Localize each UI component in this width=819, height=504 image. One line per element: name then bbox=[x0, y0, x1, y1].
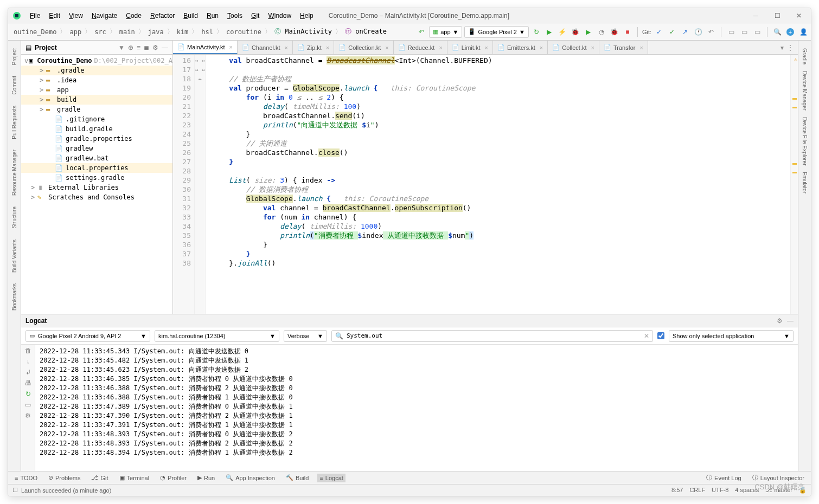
refresh-icon[interactable]: ↻ bbox=[531, 27, 542, 37]
crumb[interactable]: Ⓒ MainActivity bbox=[271, 27, 335, 36]
menu-navigate[interactable]: Navigate bbox=[87, 12, 121, 20]
crumb[interactable]: hsl bbox=[198, 28, 216, 36]
logcat-level-combo[interactable]: Verbose▼ bbox=[284, 330, 327, 342]
rail-build-variants[interactable]: Build Variants bbox=[11, 236, 17, 276]
editor-tab[interactable]: 📄Limit.kt× bbox=[447, 41, 493, 54]
sdk-icon[interactable]: ▭ bbox=[739, 27, 750, 37]
menu-help[interactable]: Help bbox=[296, 12, 318, 20]
close-button[interactable]: ✕ bbox=[791, 10, 807, 21]
tree-item[interactable]: 📄.gitignore bbox=[21, 114, 172, 124]
more-icon[interactable]: ⋮ bbox=[787, 44, 794, 51]
editor-tab[interactable]: 📄Reduce.kt× bbox=[394, 41, 447, 54]
close-tab-icon[interactable]: × bbox=[229, 44, 232, 50]
git-history-icon[interactable]: 🕐 bbox=[693, 27, 703, 37]
status-caret-pos[interactable]: 8:57 bbox=[671, 487, 683, 494]
project-panel-title[interactable]: Project bbox=[35, 44, 115, 51]
editor-tab[interactable]: 📄Collection.kt× bbox=[334, 41, 393, 54]
tree-item[interactable]: >⫼External Libraries bbox=[21, 183, 172, 192]
coverage-icon[interactable]: ▶ bbox=[583, 27, 594, 37]
print-icon[interactable]: 🖶 bbox=[25, 379, 31, 387]
crumb[interactable]: outine_Demo bbox=[10, 28, 60, 36]
clear-log-icon[interactable]: 🗑 bbox=[25, 347, 31, 354]
tree-item[interactable]: 📄gradlew bbox=[21, 144, 172, 153]
menu-window[interactable]: Window bbox=[264, 12, 296, 20]
resource-icon[interactable]: ▭ bbox=[752, 27, 763, 37]
status-line-sep[interactable]: CRLF bbox=[689, 487, 705, 494]
run-config-combo[interactable]: ▦app▼ bbox=[429, 26, 462, 38]
select-opened-file-icon[interactable]: ⊕ bbox=[128, 44, 133, 51]
logcat-hide-icon[interactable]: — bbox=[787, 317, 794, 325]
crumb[interactable]: src bbox=[91, 28, 110, 36]
close-tab-icon[interactable]: × bbox=[285, 44, 288, 51]
rail-project[interactable]: Project bbox=[11, 45, 17, 68]
rail-bookmarks[interactable]: Bookmarks bbox=[11, 280, 17, 314]
tree-item[interactable]: 📄build.gradle bbox=[21, 124, 172, 134]
status-encoding[interactable]: UTF-8 bbox=[712, 487, 728, 494]
editor-tab[interactable]: 📄Channel.kt× bbox=[238, 41, 293, 54]
project-tree[interactable]: v▣Coroutine_DemoD:\002_Project\002_A>▬.g… bbox=[21, 55, 172, 314]
menu-code[interactable]: Code bbox=[121, 12, 146, 20]
apply-changes-icon[interactable]: ⚡ bbox=[557, 27, 568, 37]
git-push-icon[interactable]: ↗ bbox=[680, 27, 690, 37]
rail-device-file[interactable]: Device File Explorer bbox=[802, 114, 808, 169]
code-area[interactable]: val broadCastChannel = BroadcastChannel<… bbox=[206, 55, 790, 314]
log-output[interactable]: 2022-12-28 11:33:45.343 I/System.out: 向通… bbox=[35, 345, 798, 471]
bottom-tool-build[interactable]: 🔨Build bbox=[284, 473, 311, 482]
bottom-tool-logcat[interactable]: ≡Logcat bbox=[317, 474, 345, 482]
restart-icon[interactable]: ↻ bbox=[25, 390, 31, 398]
close-tab-icon[interactable]: × bbox=[439, 44, 442, 51]
bottom-tool-problems[interactable]: ⊘Problems bbox=[46, 473, 82, 482]
tree-item[interactable]: 📄gradlew.bat bbox=[21, 153, 172, 163]
tree-item[interactable]: 📄local.properties bbox=[21, 163, 172, 173]
tree-item[interactable]: >▬.gradle bbox=[21, 66, 172, 75]
hide-panel-icon[interactable]: — bbox=[162, 44, 168, 51]
rail-gradle[interactable]: Gradle bbox=[802, 45, 808, 68]
rail-structure[interactable]: Structure bbox=[11, 203, 17, 232]
rail-pull-requests[interactable]: Pull Requests bbox=[11, 102, 17, 143]
tabs-dropdown-icon[interactable]: ▾ bbox=[780, 44, 784, 51]
user-icon[interactable]: 👤 bbox=[798, 27, 809, 37]
debug-icon[interactable]: 🐞 bbox=[570, 27, 581, 37]
device-combo[interactable]: 📱Google Pixel 2▼ bbox=[464, 26, 528, 38]
maximize-button[interactable]: ☐ bbox=[770, 10, 785, 21]
scroll-end-icon[interactable]: ↓ bbox=[27, 358, 30, 365]
menu-run[interactable]: Run bbox=[202, 12, 223, 20]
crumb[interactable]: coroutine bbox=[223, 28, 265, 36]
new-ui-icon[interactable]: + bbox=[785, 27, 796, 37]
crumb[interactable]: java bbox=[145, 28, 167, 36]
menu-build[interactable]: Build bbox=[179, 12, 202, 20]
clear-search-icon[interactable]: ✕ bbox=[644, 332, 649, 340]
breadcrumb[interactable]: outine_Demo〉app〉src〉main〉java〉kim〉hsl〉co… bbox=[10, 27, 390, 36]
stop-icon[interactable]: ■ bbox=[622, 27, 633, 37]
tree-item[interactable]: >▬app bbox=[21, 85, 172, 95]
logcat-process-combo[interactable]: kim.hsl.coroutine (12304)▼ bbox=[155, 330, 279, 342]
git-rollback-icon[interactable]: ↶ bbox=[706, 27, 716, 37]
search-icon[interactable]: 🔍 bbox=[772, 27, 783, 37]
bottom-tool-run[interactable]: ▶Run bbox=[195, 473, 217, 482]
status-indicator-icon[interactable]: ☐ bbox=[12, 487, 18, 494]
minimize-button[interactable]: ─ bbox=[748, 10, 763, 21]
tree-item[interactable]: >▬gradle bbox=[21, 105, 172, 114]
rail-commit[interactable]: Commit bbox=[11, 73, 17, 98]
tree-item[interactable]: 📄settings.gradle bbox=[21, 173, 172, 183]
rail-emulator[interactable]: Emulator bbox=[802, 169, 808, 197]
crumb[interactable]: app bbox=[66, 28, 85, 36]
soft-wrap-icon[interactable]: ↲ bbox=[25, 369, 31, 376]
bottom-tool-layout-inspector[interactable]: ⓘLayout Inspector bbox=[750, 473, 807, 483]
logcat-filter-combo[interactable]: Show only selected application▼ bbox=[669, 330, 794, 342]
attach-debugger-icon[interactable]: 🐞 bbox=[609, 27, 620, 37]
rail-device-manager[interactable]: Device Manager bbox=[802, 68, 808, 114]
bottom-tool-git[interactable]: ⎇Git bbox=[89, 473, 110, 482]
tree-root[interactable]: v▣Coroutine_DemoD:\002_Project\002_A bbox=[21, 56, 172, 66]
close-tab-icon[interactable]: × bbox=[326, 44, 329, 51]
editor-tab[interactable]: 📄Transfor× bbox=[599, 41, 648, 54]
collapse-all-icon[interactable]: ≣ bbox=[144, 44, 149, 51]
profile-icon[interactable]: ◔ bbox=[596, 27, 607, 37]
avd-icon[interactable]: ▭ bbox=[726, 27, 737, 37]
logcat-search-input[interactable]: 🔍✕ bbox=[331, 330, 653, 342]
crumb[interactable]: main bbox=[116, 28, 138, 36]
menu-git[interactable]: Git bbox=[247, 12, 264, 20]
error-stripe[interactable]: ⚠ bbox=[790, 55, 798, 314]
panel-settings-icon[interactable]: ⚙ bbox=[152, 44, 158, 51]
menu-tools[interactable]: Tools bbox=[223, 12, 247, 20]
